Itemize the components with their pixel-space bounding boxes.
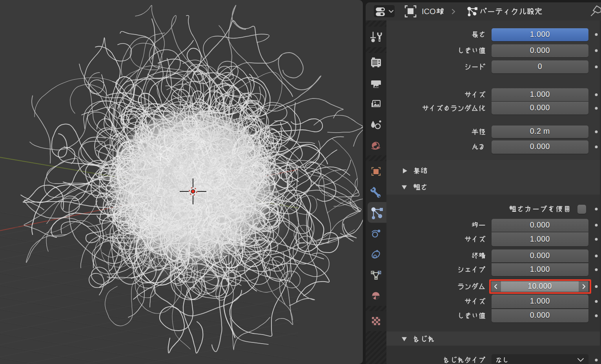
svg-text:ICO: ICO — [422, 7, 436, 16]
